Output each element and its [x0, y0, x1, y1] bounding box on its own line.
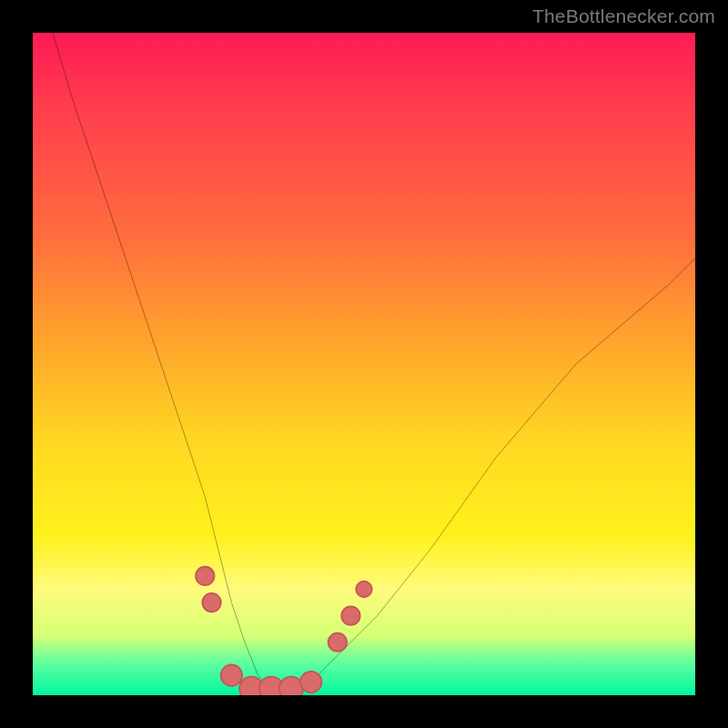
watermark-text: TheBottlenecker.com — [532, 5, 715, 27]
plot-area — [33, 33, 695, 695]
marker-dot — [356, 581, 371, 597]
chart-frame: TheBottlenecker.com — [0, 0, 728, 728]
bottleneck-curve — [53, 33, 695, 689]
marker-dot — [329, 633, 347, 652]
marker-dot — [221, 665, 242, 686]
curve-layer — [33, 33, 695, 695]
marker-dot — [279, 677, 303, 695]
marker-dot — [300, 672, 321, 693]
marker-dot — [202, 593, 220, 612]
marker-group — [196, 567, 372, 695]
marker-dot — [196, 567, 214, 585]
marker-dot — [341, 606, 359, 624]
